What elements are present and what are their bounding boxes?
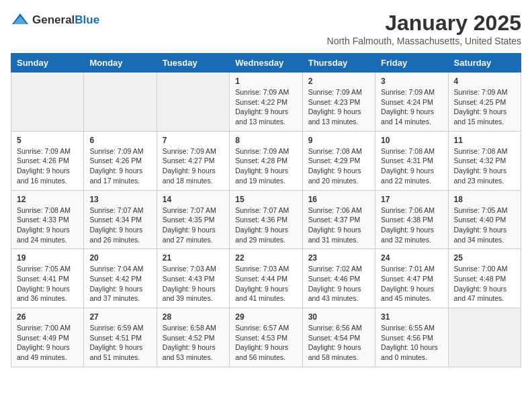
day-number: 16 xyxy=(308,195,369,204)
calendar-cell: 6Sunrise: 7:09 AMSunset: 4:26 PMDaylight… xyxy=(84,131,157,190)
day-info: Sunrise: 7:04 AMSunset: 4:42 PMDaylight:… xyxy=(89,264,150,304)
day-number: 19 xyxy=(17,253,78,263)
day-info: Sunrise: 7:08 AMSunset: 4:33 PMDaylight:… xyxy=(17,205,78,245)
day-info: Sunrise: 7:07 AMSunset: 4:35 PMDaylight:… xyxy=(163,205,224,245)
day-number: 12 xyxy=(17,195,78,204)
day-number: 22 xyxy=(235,253,296,263)
day-info: Sunrise: 7:02 AMSunset: 4:46 PMDaylight:… xyxy=(308,264,369,304)
calendar-cell: 18Sunrise: 7:05 AMSunset: 4:40 PMDayligh… xyxy=(448,190,521,249)
day-number: 17 xyxy=(381,195,442,204)
calendar-cell: 10Sunrise: 7:08 AMSunset: 4:31 PMDayligh… xyxy=(375,131,448,190)
calendar-week-row: 12Sunrise: 7:08 AMSunset: 4:33 PMDayligh… xyxy=(11,190,521,249)
calendar-week-row: 19Sunrise: 7:05 AMSunset: 4:41 PMDayligh… xyxy=(11,249,521,308)
calendar-cell: 4Sunrise: 7:09 AMSunset: 4:25 PMDaylight… xyxy=(448,73,521,132)
weekday-header: Tuesday xyxy=(157,54,229,73)
day-info: Sunrise: 7:05 AMSunset: 4:40 PMDaylight:… xyxy=(454,205,515,245)
calendar-subtitle: North Falmouth, Massachusetts, United St… xyxy=(327,36,521,46)
day-info: Sunrise: 7:07 AMSunset: 4:34 PMDaylight:… xyxy=(89,205,150,245)
day-number: 26 xyxy=(17,312,78,322)
day-number: 28 xyxy=(163,312,224,322)
day-info: Sunrise: 6:56 AMSunset: 4:54 PMDaylight:… xyxy=(308,323,369,363)
calendar-cell: 26Sunrise: 7:00 AMSunset: 4:49 PMDayligh… xyxy=(11,308,84,367)
logo: GeneralBlue xyxy=(11,11,99,30)
day-number: 20 xyxy=(89,253,150,263)
calendar-cell: 28Sunrise: 6:58 AMSunset: 4:52 PMDayligh… xyxy=(157,308,229,367)
calendar-cell: 24Sunrise: 7:01 AMSunset: 4:47 PMDayligh… xyxy=(375,249,448,308)
calendar-cell: 15Sunrise: 7:07 AMSunset: 4:36 PMDayligh… xyxy=(230,190,302,249)
day-info: Sunrise: 6:57 AMSunset: 4:53 PMDaylight:… xyxy=(235,323,296,363)
day-info: Sunrise: 7:09 AMSunset: 4:24 PMDaylight:… xyxy=(381,87,442,127)
day-number: 1 xyxy=(235,77,296,86)
day-number: 18 xyxy=(454,195,515,204)
calendar-week-row: 26Sunrise: 7:00 AMSunset: 4:49 PMDayligh… xyxy=(11,308,521,367)
calendar-cell xyxy=(448,308,521,367)
day-number: 24 xyxy=(381,253,442,263)
calendar-cell: 11Sunrise: 7:08 AMSunset: 4:32 PMDayligh… xyxy=(448,131,521,190)
day-info: Sunrise: 6:59 AMSunset: 4:51 PMDaylight:… xyxy=(89,323,150,363)
calendar-cell: 19Sunrise: 7:05 AMSunset: 4:41 PMDayligh… xyxy=(11,249,84,308)
day-info: Sunrise: 7:06 AMSunset: 4:37 PMDaylight:… xyxy=(308,205,369,245)
calendar-cell: 30Sunrise: 6:56 AMSunset: 4:54 PMDayligh… xyxy=(302,308,375,367)
day-info: Sunrise: 7:09 AMSunset: 4:25 PMDaylight:… xyxy=(454,87,515,127)
calendar-cell: 12Sunrise: 7:08 AMSunset: 4:33 PMDayligh… xyxy=(11,190,84,249)
calendar-cell: 31Sunrise: 6:55 AMSunset: 4:56 PMDayligh… xyxy=(375,308,448,367)
calendar-cell: 17Sunrise: 7:06 AMSunset: 4:38 PMDayligh… xyxy=(375,190,448,249)
day-number: 27 xyxy=(89,312,150,322)
calendar-cell xyxy=(11,73,84,132)
day-number: 10 xyxy=(381,136,442,145)
day-number: 5 xyxy=(17,136,78,145)
calendar-table: SundayMondayTuesdayWednesdayThursdayFrid… xyxy=(11,53,521,367)
weekday-header: Saturday xyxy=(448,54,521,73)
calendar-week-row: 1Sunrise: 7:09 AMSunset: 4:22 PMDaylight… xyxy=(11,73,521,132)
calendar-header: SundayMondayTuesdayWednesdayThursdayFrid… xyxy=(11,54,521,73)
day-info: Sunrise: 7:08 AMSunset: 4:32 PMDaylight:… xyxy=(454,146,515,186)
calendar-cell: 16Sunrise: 7:06 AMSunset: 4:37 PMDayligh… xyxy=(302,190,375,249)
calendar-cell: 5Sunrise: 7:09 AMSunset: 4:26 PMDaylight… xyxy=(11,131,84,190)
calendar-cell: 9Sunrise: 7:08 AMSunset: 4:29 PMDaylight… xyxy=(302,131,375,190)
calendar-cell: 20Sunrise: 7:04 AMSunset: 4:42 PMDayligh… xyxy=(84,249,157,308)
day-info: Sunrise: 7:09 AMSunset: 4:27 PMDaylight:… xyxy=(163,146,224,186)
day-info: Sunrise: 7:06 AMSunset: 4:38 PMDaylight:… xyxy=(381,205,442,245)
day-info: Sunrise: 7:01 AMSunset: 4:47 PMDaylight:… xyxy=(381,264,442,304)
day-info: Sunrise: 7:03 AMSunset: 4:43 PMDaylight:… xyxy=(163,264,224,304)
calendar-cell: 1Sunrise: 7:09 AMSunset: 4:22 PMDaylight… xyxy=(230,73,302,132)
calendar-cell: 21Sunrise: 7:03 AMSunset: 4:43 PMDayligh… xyxy=(157,249,229,308)
logo-icon xyxy=(11,11,30,30)
day-info: Sunrise: 7:09 AMSunset: 4:26 PMDaylight:… xyxy=(89,146,150,186)
day-info: Sunrise: 7:09 AMSunset: 4:28 PMDaylight:… xyxy=(235,146,296,186)
calendar-cell: 22Sunrise: 7:03 AMSunset: 4:44 PMDayligh… xyxy=(230,249,302,308)
day-number: 13 xyxy=(89,195,150,204)
day-number: 31 xyxy=(381,312,442,322)
day-info: Sunrise: 7:09 AMSunset: 4:23 PMDaylight:… xyxy=(308,87,369,127)
weekday-header: Thursday xyxy=(302,54,375,73)
day-info: Sunrise: 7:03 AMSunset: 4:44 PMDaylight:… xyxy=(235,264,296,304)
calendar-cell: 8Sunrise: 7:09 AMSunset: 4:28 PMDaylight… xyxy=(230,131,302,190)
day-number: 6 xyxy=(89,136,150,145)
day-number: 9 xyxy=(308,136,369,145)
calendar-cell: 23Sunrise: 7:02 AMSunset: 4:46 PMDayligh… xyxy=(302,249,375,308)
calendar-cell: 13Sunrise: 7:07 AMSunset: 4:34 PMDayligh… xyxy=(84,190,157,249)
calendar-cell: 14Sunrise: 7:07 AMSunset: 4:35 PMDayligh… xyxy=(157,190,229,249)
title-block: January 2025 North Falmouth, Massachuset… xyxy=(327,11,521,46)
calendar-week-row: 5Sunrise: 7:09 AMSunset: 4:26 PMDaylight… xyxy=(11,131,521,190)
calendar-cell xyxy=(84,73,157,132)
day-number: 7 xyxy=(163,136,224,145)
day-number: 14 xyxy=(163,195,224,204)
calendar-title: January 2025 xyxy=(327,11,521,36)
day-info: Sunrise: 7:07 AMSunset: 4:36 PMDaylight:… xyxy=(235,205,296,245)
weekday-header: Friday xyxy=(375,54,448,73)
day-info: Sunrise: 7:08 AMSunset: 4:31 PMDaylight:… xyxy=(381,146,442,186)
weekday-header: Monday xyxy=(84,54,157,73)
day-info: Sunrise: 7:05 AMSunset: 4:41 PMDaylight:… xyxy=(17,264,78,304)
day-number: 3 xyxy=(381,77,442,86)
day-number: 21 xyxy=(163,253,224,263)
calendar-cell: 2Sunrise: 7:09 AMSunset: 4:23 PMDaylight… xyxy=(302,73,375,132)
weekday-header: Sunday xyxy=(11,54,84,73)
day-info: Sunrise: 6:55 AMSunset: 4:56 PMDaylight:… xyxy=(381,323,442,363)
calendar-cell: 29Sunrise: 6:57 AMSunset: 4:53 PMDayligh… xyxy=(230,308,302,367)
day-number: 2 xyxy=(308,77,369,86)
day-number: 11 xyxy=(454,136,515,145)
day-info: Sunrise: 7:00 AMSunset: 4:49 PMDaylight:… xyxy=(17,323,78,363)
day-info: Sunrise: 7:09 AMSunset: 4:22 PMDaylight:… xyxy=(235,87,296,127)
page-header: GeneralBlue January 2025 North Falmouth,… xyxy=(11,11,521,46)
